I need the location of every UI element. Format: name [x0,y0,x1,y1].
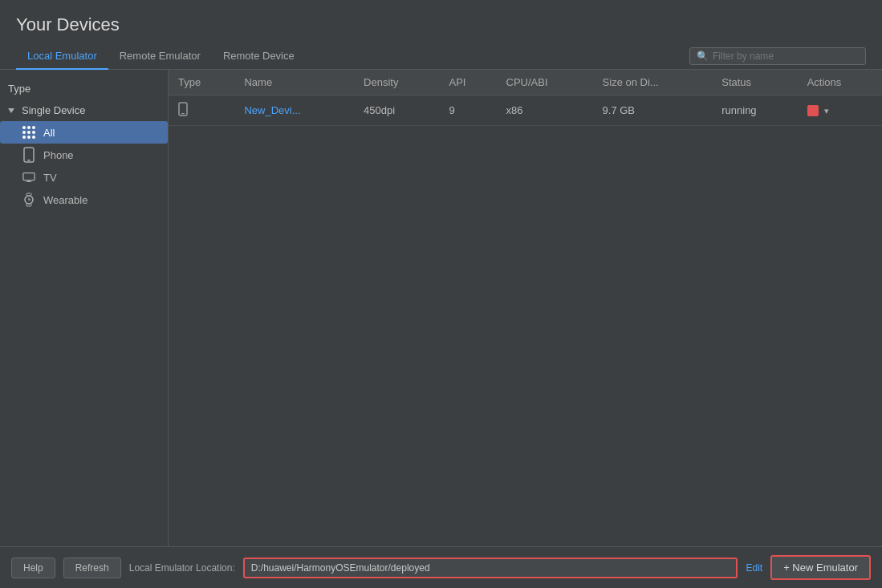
sidebar-item-phone[interactable]: Phone [0,144,168,166]
svg-rect-1 [27,160,30,161]
watch-icon [22,193,35,206]
search-icon: 🔍 [697,51,709,62]
filter-input-wrap: 🔍 [689,47,866,65]
row-status: running [712,95,797,126]
type-label: Type [8,83,30,95]
row-cpu-abi: x86 [497,95,593,126]
tab-local-emulator[interactable]: Local Emulator [16,43,108,70]
status-text: running [721,104,756,116]
sidebar-item-tv-label: TV [43,172,57,184]
page-title: Your Devices [16,14,866,35]
new-emulator-button[interactable]: + New Emulator [770,555,871,580]
footer: Help Refresh Local Emulator Location: Ed… [0,546,882,588]
sidebar-item-phone-label: Phone [43,149,74,161]
svg-rect-7 [26,204,31,206]
table-header-row: Type Name Density API CPU/ABI Size on Di… [169,70,882,95]
sidebar-item-tv[interactable]: TV [0,166,168,189]
col-status: Status [712,70,797,95]
row-type-icon [169,95,234,126]
chevron-down-icon [8,108,14,113]
device-name-link[interactable]: New_Devi... [244,104,300,116]
col-actions: Actions [798,70,882,95]
emulator-location-input[interactable] [243,558,738,578]
emulator-location-label: Local Emulator Location: [129,562,235,574]
sidebar-item-wearable-label: Wearable [43,194,87,206]
stop-button[interactable] [807,105,819,116]
row-density: 450dpi [354,95,439,126]
svg-rect-6 [26,193,31,196]
tab-bar: Local Emulator Remote Emulator Remote De… [0,43,882,70]
svg-rect-2 [23,173,35,180]
device-phone-icon [178,102,188,116]
single-device-label: Single Device [22,104,86,116]
page-header: Your Devices [0,0,882,43]
actions-chevron-icon[interactable]: ▾ [824,106,829,116]
tab-filter-area: 🔍 [689,47,866,65]
table-row: New_Devi... 450dpi 9 x86 9.7 GB running … [169,95,882,126]
phone-icon [22,148,35,161]
col-name: Name [234,70,354,95]
main-content: Type Single Device All [0,70,882,546]
row-size-on-disk: 9.7 GB [593,95,713,126]
edit-link[interactable]: Edit [746,562,762,574]
svg-rect-11 [181,113,185,114]
sidebar-item-all-label: All [43,127,55,139]
col-cpu-abi: CPU/ABI [497,70,593,95]
device-table: Type Name Density API CPU/ABI Size on Di… [169,70,882,126]
table-area: Type Name Density API CPU/ABI Size on Di… [169,70,882,546]
row-actions: ▾ [798,95,882,126]
row-name[interactable]: New_Devi... [234,95,354,126]
tab-remote-emulator[interactable]: Remote Emulator [108,43,212,70]
col-density: Density [354,70,439,95]
col-api: API [439,70,496,95]
tab-remote-device[interactable]: Remote Device [212,43,306,70]
grid-icon [22,126,35,139]
row-api: 9 [439,95,496,126]
table-scroll: Type Name Density API CPU/ABI Size on Di… [169,70,882,546]
filter-input[interactable] [713,51,859,62]
sidebar: Type Single Device All [0,70,169,546]
help-button[interactable]: Help [11,558,55,578]
sidebar-item-all[interactable]: All [0,121,168,144]
sidebar-type-header: Type [0,78,168,99]
sidebar-single-device-header[interactable]: Single Device [0,99,168,121]
col-type: Type [169,70,234,95]
tv-icon [22,171,35,184]
sidebar-item-wearable[interactable]: Wearable [0,189,168,211]
col-size-on-disk: Size on Di... [593,70,713,95]
refresh-button[interactable]: Refresh [63,558,121,578]
